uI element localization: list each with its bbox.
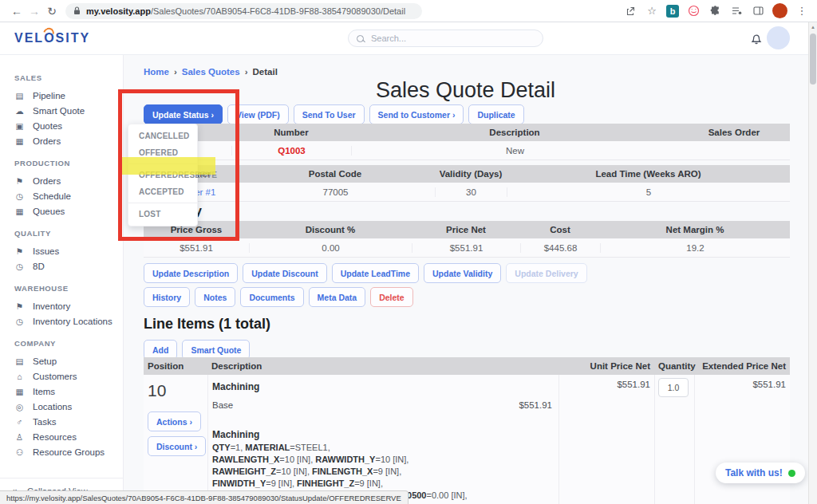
line-item-subtitle: Machining — [212, 429, 555, 440]
sidebar-item-issues[interactable]: ⚑Issues — [14, 243, 123, 258]
quote-summary-table: Number Description Sales Order Q1003 New — [144, 124, 790, 160]
inventory-locations-icon: ◷ — [14, 317, 25, 326]
spec-line: RAWLENGTH_X=10 [IN], RAWWIDTH_Y=10 [IN], — [212, 454, 555, 466]
update-status-button[interactable]: Update Status › — [144, 104, 223, 124]
chat-widget-button[interactable]: Talk with us! — [716, 463, 805, 483]
net-margin-cell: 19.2 — [600, 243, 790, 253]
side-panel-icon[interactable] — [751, 4, 765, 18]
line-item-title: Machining — [212, 381, 555, 392]
sidebar-item-items[interactable]: ▦Items — [14, 384, 123, 399]
sidebar-item-schedule[interactable]: ◷Schedule — [14, 188, 123, 203]
sidebar-item-smart-quote[interactable]: ☁Smart Quote — [14, 103, 123, 118]
quote-number-cell: Q1003 — [231, 146, 351, 156]
price-gross-cell: $551.91 — [144, 243, 249, 253]
extension-smiley-icon[interactable] — [686, 4, 701, 18]
status-option-accepted[interactable]: ACCEPTED — [128, 183, 197, 200]
sidebar-section-production: PRODUCTION ⚑Orders ◷Schedule ▦Queues — [14, 159, 123, 219]
sidebar-item-tasks[interactable]: ♂Tasks — [14, 414, 123, 429]
browser-menu-icon[interactable]: ⋮ — [795, 4, 809, 18]
sidebar-item-production-orders[interactable]: ⚑Orders — [14, 173, 123, 188]
summary-table-row: $551.91 0.00 $551.91 $445.68 19.2 — [144, 238, 790, 258]
sidebar-item-inventory[interactable]: ⚑Inventory — [14, 298, 123, 313]
forward-icon[interactable]: → — [26, 0, 43, 22]
notifications-bell-icon[interactable] — [751, 33, 762, 48]
sidebar-item-sales-orders[interactable]: ▦Orders — [14, 133, 123, 148]
quote-table-header: Number Description Sales Order — [144, 124, 790, 141]
col-number: Number — [231, 128, 351, 137]
update-validity-button[interactable]: Update Validity — [424, 263, 501, 283]
scrollbar-up-arrow[interactable]: ▲ — [809, 22, 817, 30]
scrollbar-thumb[interactable] — [810, 33, 816, 85]
col-net-margin: Net Margin % — [600, 225, 790, 234]
breadcrumb-home[interactable]: Home — [144, 67, 169, 77]
status-option-cancelled[interactable]: CANCELLED — [128, 128, 197, 144]
eight-d-icon: ◷ — [14, 262, 25, 271]
search-input[interactable] — [369, 33, 535, 44]
history-button[interactable]: History — [144, 287, 190, 307]
pipeline-icon: ▤ — [14, 91, 25, 100]
customers-icon: ⌂ — [14, 372, 25, 381]
view-pdf-button[interactable]: View (PDF) — [227, 104, 289, 124]
browser-chrome: ← → ↻ my.velosity.app/SalesQuotes/70AB90… — [0, 0, 817, 22]
breadcrumb-current: Detail — [253, 67, 278, 77]
postal-code-cell: 77005 — [235, 187, 435, 197]
sidebar-item-queues[interactable]: ▦Queues — [14, 203, 123, 219]
sidebar-item-inventory-locations[interactable]: ◷Inventory Locations — [14, 313, 123, 329]
sidebar-item-resource-groups[interactable]: ⚇Resource Groups — [14, 444, 123, 459]
page-scrollbar[interactable]: ▲ — [808, 22, 817, 504]
quantity-cell — [654, 375, 694, 504]
reading-list-icon[interactable] — [729, 4, 744, 18]
extension-b-icon[interactable]: b — [666, 5, 679, 18]
global-search[interactable] — [348, 30, 543, 47]
delete-button[interactable]: Delete — [370, 287, 413, 307]
send-to-customer-button[interactable]: Send to Customer › — [369, 104, 464, 124]
extensions-puzzle-icon[interactable] — [708, 4, 722, 18]
line-item-position-cell: 10 Actions › Discount › — [144, 375, 207, 504]
documents-button[interactable]: Documents — [240, 287, 303, 307]
update-discount-button[interactable]: Update Discount — [243, 263, 326, 283]
customer-table-header: Customer Postal Code Validity (Days) Lea… — [144, 165, 790, 183]
sidebar-item-customers[interactable]: ⌂Customers — [14, 368, 123, 384]
update-leadtime-button[interactable]: Update LeadTime — [332, 263, 419, 283]
col-discount: Discount % — [249, 225, 412, 234]
sidebar-item-pipeline[interactable]: ▤Pipeline — [14, 88, 123, 103]
sidebar-item-quotes[interactable]: ▣Quotes — [14, 118, 123, 133]
col-postal-code: Postal Code — [235, 169, 435, 179]
quantity-input[interactable] — [658, 378, 689, 397]
user-avatar[interactable] — [767, 26, 790, 49]
share-icon[interactable] — [623, 4, 637, 18]
line-item-discount-button[interactable]: Discount › — [148, 436, 206, 456]
line-item-actions-button[interactable]: Actions › — [148, 411, 201, 431]
velosity-logo[interactable]: VELOSITY — [14, 31, 90, 45]
notes-button[interactable]: Notes — [195, 287, 235, 307]
sidebar-item-setup[interactable]: ▤Setup — [14, 353, 123, 368]
tasks-icon: ♂ — [14, 417, 25, 427]
address-bar[interactable]: my.velosity.app/SalesQuotes/70AB9054-F6C… — [65, 3, 422, 19]
send-to-user-button[interactable]: Send To User — [294, 104, 365, 124]
bookmark-star-icon[interactable]: ☆ — [645, 4, 659, 18]
status-option-offeredreserve[interactable]: OFFEREDRESERVE — [128, 167, 197, 183]
sidebar-nav: SALES ▤Pipeline ☁Smart Quote ▣Quotes ▦Or… — [0, 54, 123, 459]
menu-divider — [128, 203, 197, 203]
browser-profile-avatar[interactable] — [772, 3, 787, 18]
status-option-lost[interactable]: LOST — [128, 206, 197, 222]
update-description-button[interactable]: Update Description — [144, 263, 238, 283]
queues-icon: ▦ — [14, 207, 25, 216]
col-extended-price-net: Extended Price Net — [694, 357, 790, 375]
inventory-icon: ⚑ — [14, 301, 25, 311]
status-option-offered[interactable]: OFFERED — [128, 144, 197, 161]
meta-data-button[interactable]: Meta Data — [309, 287, 366, 307]
sidebar-section-label: SALES — [14, 73, 123, 82]
sidebar-item-8d[interactable]: ◷8D — [14, 258, 123, 274]
extended-price-net-cell: $551.91 — [694, 375, 790, 504]
sidebar-item-resources[interactable]: ♙Resources — [14, 429, 123, 444]
smart-quote-icon: ☁ — [14, 106, 25, 116]
sidebar-item-locations[interactable]: ◎Locations — [14, 399, 123, 414]
back-icon[interactable]: ← — [8, 0, 26, 22]
page-title: Sales Quote Detail — [124, 78, 807, 103]
reload-icon[interactable]: ↻ — [43, 0, 61, 22]
breadcrumb-sales-quotes[interactable]: Sales Quotes — [182, 67, 240, 77]
meta-button-row: History Notes Documents Meta Data Delete — [144, 287, 413, 307]
main-content: Home › Sales Quotes › Detail Sales Quote… — [124, 54, 817, 504]
duplicate-button[interactable]: Duplicate — [468, 104, 523, 124]
